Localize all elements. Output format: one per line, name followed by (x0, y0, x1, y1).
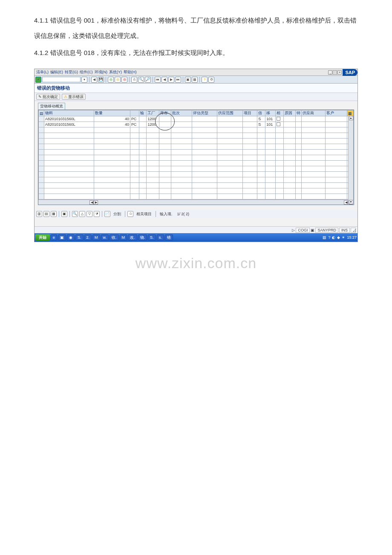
cell[interactable] (94, 161, 130, 166)
cell[interactable] (302, 194, 325, 199)
cell[interactable] (283, 183, 295, 188)
cell[interactable] (147, 166, 159, 172)
cell[interactable] (159, 177, 171, 183)
row-selector[interactable] (39, 127, 44, 133)
cell[interactable] (147, 139, 159, 144)
cell[interactable] (283, 144, 295, 150)
cell[interactable] (139, 127, 147, 133)
cell[interactable] (147, 183, 159, 188)
cell[interactable] (265, 172, 275, 177)
cell[interactable] (159, 150, 171, 155)
cell[interactable] (295, 127, 302, 133)
tray-icon[interactable]: ◐ (332, 235, 335, 240)
cell[interactable] (257, 183, 265, 188)
col-plant[interactable]: 工厂 (147, 110, 159, 116)
cell[interactable] (275, 139, 283, 144)
scroll-down-icon[interactable]: ▼ (349, 200, 353, 204)
cell[interactable] (243, 155, 257, 161)
col-rel[interactable]: 相 (275, 110, 283, 116)
cell[interactable] (130, 155, 139, 161)
cell[interactable] (275, 194, 283, 199)
h-scrollbar[interactable]: ◀ ▶ ◀ ▶ (38, 199, 354, 205)
cell[interactable] (147, 150, 159, 155)
cell[interactable] (94, 133, 130, 139)
cell[interactable] (159, 161, 171, 166)
cell[interactable] (44, 177, 94, 183)
cell[interactable] (217, 161, 243, 166)
cell[interactable] (94, 194, 130, 199)
cell[interactable] (325, 194, 347, 199)
cell[interactable] (217, 177, 243, 183)
minimize-icon[interactable]: _ (328, 70, 332, 75)
cell[interactable] (217, 127, 243, 133)
cell[interactable] (265, 139, 275, 144)
resize-handle-icon[interactable]: ◿ (351, 228, 356, 233)
table-row[interactable] (39, 144, 354, 150)
cell[interactable] (295, 172, 302, 177)
cell[interactable] (302, 139, 325, 144)
cell[interactable] (217, 133, 243, 139)
cell[interactable] (325, 166, 347, 172)
cell[interactable] (171, 144, 192, 150)
cell[interactable] (44, 161, 94, 166)
cell[interactable] (159, 144, 171, 150)
cell[interactable] (171, 188, 192, 194)
col-item[interactable]: 项目 (243, 110, 257, 116)
cell[interactable] (171, 155, 192, 161)
cell[interactable] (192, 166, 217, 172)
cell[interactable] (94, 139, 130, 144)
cell[interactable] (295, 194, 302, 199)
cell[interactable] (275, 177, 283, 183)
cell[interactable] (257, 166, 265, 172)
cell[interactable] (283, 194, 295, 199)
cell[interactable] (302, 172, 325, 177)
cell[interactable] (283, 177, 295, 183)
cell[interactable] (44, 183, 94, 188)
cell[interactable] (257, 127, 265, 133)
cell[interactable] (265, 177, 275, 183)
cell[interactable] (295, 139, 302, 144)
cell[interactable] (243, 183, 257, 188)
cell[interactable] (171, 127, 192, 133)
cell[interactable] (257, 150, 265, 155)
cell[interactable] (130, 161, 139, 166)
cell[interactable] (302, 188, 325, 194)
help-icon[interactable]: ? (202, 77, 208, 83)
quicklaunch-desktop-icon[interactable]: ▣ (58, 234, 66, 240)
cell[interactable] (94, 127, 130, 133)
cell[interactable] (283, 172, 295, 177)
cell[interactable] (275, 150, 283, 155)
cell[interactable] (325, 161, 347, 166)
cell[interactable] (94, 183, 130, 188)
cell[interactable] (217, 116, 243, 122)
cell[interactable] (257, 172, 265, 177)
v-scrollbar[interactable]: ▲ ▼ (348, 116, 353, 204)
cell[interactable] (283, 116, 295, 122)
taskbar-item[interactable]: S. (75, 234, 84, 240)
cell[interactable] (171, 161, 192, 166)
col-qty[interactable]: 数量 (94, 110, 130, 116)
tray-icon[interactable]: ◆ (337, 235, 340, 240)
cell[interactable] (139, 144, 147, 150)
cell[interactable] (265, 188, 275, 194)
cell[interactable] (243, 139, 257, 144)
dropdown-icon[interactable]: ▾ (81, 77, 87, 83)
cell[interactable] (275, 188, 283, 194)
menu-edit[interactable]: 编辑(E) (50, 69, 63, 75)
cell[interactable] (243, 127, 257, 133)
cell[interactable] (159, 172, 171, 177)
cell[interactable] (325, 116, 347, 122)
show-errors-button[interactable]: ⚠ 显示错误 (62, 94, 86, 100)
cell[interactable] (302, 166, 325, 172)
cell[interactable] (295, 188, 302, 194)
row-selector[interactable] (39, 177, 44, 183)
cell[interactable]: 101 (265, 116, 275, 122)
cell[interactable] (192, 177, 217, 183)
quicklaunch-media-icon[interactable]: ◉ (67, 234, 75, 240)
col-unit[interactable] (130, 110, 139, 116)
sortdesc-icon[interactable]: ▽ (86, 211, 92, 217)
table-row[interactable] (39, 177, 354, 183)
cell[interactable] (147, 194, 159, 199)
cell[interactable] (147, 161, 159, 166)
cell[interactable] (139, 188, 147, 194)
